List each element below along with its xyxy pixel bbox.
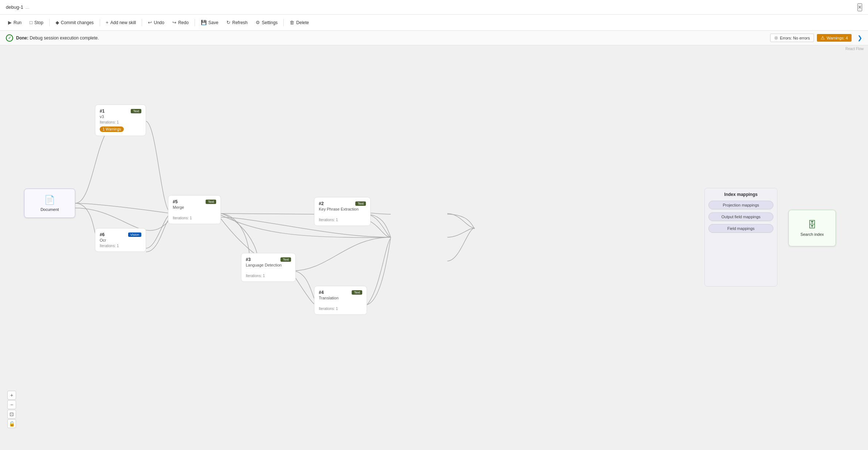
- sidebar-toggle[interactable]: ❯: [857, 34, 862, 41]
- close-button[interactable]: ×: [857, 3, 862, 11]
- node-1-header: #1 Text: [100, 109, 141, 114]
- node-3-iterations: Iterations: 1: [246, 274, 291, 278]
- output-field-mappings[interactable]: Output field mappings: [708, 212, 773, 221]
- status-text: Done: Debug session execution complete.: [16, 35, 99, 41]
- node-4-badge: Text: [352, 290, 362, 295]
- node-1-version: v3: [100, 114, 141, 119]
- title-bar: debug-1 ... ×: [0, 0, 868, 15]
- node-2-header: #2 Text: [319, 201, 366, 206]
- redo-label: Redo: [178, 20, 189, 25]
- delete-label: Delete: [296, 20, 309, 25]
- errors-badge: ⊗ Errors: No errors: [770, 34, 814, 42]
- status-right: ⊗ Errors: No errors ⚠ Warnings: 4 ❯: [770, 34, 862, 42]
- index-mappings-title: Index mappings: [708, 192, 773, 197]
- warnings-badge[interactable]: ⚠ Warnings: 4: [817, 34, 852, 42]
- run-button[interactable]: ▶ Run: [4, 18, 25, 27]
- node-1-warning: 1 Warnings: [100, 126, 124, 132]
- refresh-icon: ↻: [226, 20, 230, 25]
- node-5-badge: Text: [206, 200, 216, 204]
- react-flow-label: React Flow: [845, 47, 864, 51]
- node-1-iterations: Iterations: 1: [100, 120, 141, 124]
- node-3-header: #3 Text: [246, 257, 291, 262]
- save-label: Save: [209, 20, 218, 25]
- node-5-header: #5 Text: [173, 199, 216, 204]
- node-4[interactable]: #4 Text Translation Iterations: 1: [314, 286, 367, 315]
- node-1[interactable]: #1 Text v3 Iterations: 1 1 Warnings: [95, 105, 146, 136]
- separator-3: [142, 19, 142, 26]
- separator-1: [49, 19, 50, 26]
- zoom-in-button[interactable]: +: [7, 391, 16, 400]
- save-button[interactable]: 💾 Save: [197, 18, 222, 27]
- search-index-label: Search index: [800, 232, 824, 237]
- projection-mappings[interactable]: Projection mappings: [708, 201, 773, 209]
- document-node[interactable]: 📄 Document: [24, 189, 75, 218]
- status-message: Debug session execution complete.: [30, 35, 99, 41]
- separator-5: [283, 19, 284, 26]
- add-skill-label: Add new skill: [110, 20, 136, 25]
- canvas-area: React Flow: [0, 45, 868, 450]
- stop-button[interactable]: □ Stop: [26, 18, 47, 27]
- run-icon: ▶: [8, 20, 12, 25]
- node-5-num: #5: [173, 199, 177, 204]
- node-4-name: Translation: [319, 296, 362, 300]
- node-6[interactable]: #6 Vision Ocr Iterations: 1: [95, 228, 146, 252]
- search-index-node[interactable]: 🗄 Search index: [788, 210, 836, 246]
- title-ellipsis: ...: [26, 4, 30, 10]
- node-2-name: Key Phrase Extraction: [319, 207, 366, 211]
- node-2-num: #2: [319, 201, 324, 206]
- add-skill-button[interactable]: + Add new skill: [102, 18, 140, 27]
- status-bar: ✓ Done: Debug session execution complete…: [0, 31, 868, 45]
- node-4-iterations: Iterations: 1: [319, 307, 362, 311]
- node-5-name: Merge: [173, 205, 216, 209]
- stop-label: Stop: [34, 20, 43, 25]
- node-4-header: #4 Text: [319, 290, 362, 295]
- warnings-label: Warnings: 4: [827, 36, 848, 40]
- refresh-button[interactable]: ↻ Refresh: [223, 18, 251, 27]
- lock-button[interactable]: 🔒: [7, 419, 16, 428]
- node-6-badge: Vision: [128, 232, 141, 237]
- refresh-label: Refresh: [232, 20, 248, 25]
- delete-icon: 🗑: [290, 20, 294, 25]
- run-label: Run: [14, 20, 22, 25]
- zoom-controls: + − ⊡ 🔒: [7, 391, 16, 428]
- node-3[interactable]: #3 Text Language Detection Iterations: 1: [241, 253, 296, 282]
- settings-button[interactable]: ⚙ Settings: [252, 18, 281, 27]
- toolbar: ▶ Run □ Stop ◆ Commit changes + Add new …: [0, 15, 868, 31]
- title-bar-left: debug-1 ...: [6, 4, 30, 10]
- delete-button[interactable]: 🗑 Delete: [286, 18, 313, 27]
- node-3-badge: Text: [280, 257, 291, 262]
- node-3-num: #3: [246, 257, 251, 262]
- separator-4: [195, 19, 195, 26]
- field-mappings[interactable]: Field mappings: [708, 224, 773, 233]
- node-5[interactable]: #5 Text Merge Iterations: 1: [168, 195, 221, 224]
- commit-icon: ◆: [56, 20, 59, 25]
- separator-2: [100, 19, 100, 26]
- done-icon: ✓: [6, 34, 13, 42]
- undo-label: Undo: [154, 20, 164, 25]
- zoom-out-button[interactable]: −: [7, 400, 16, 409]
- error-icon: ⊗: [774, 35, 778, 41]
- node-2[interactable]: #2 Text Key Phrase Extraction Iterations…: [314, 197, 371, 226]
- commit-button[interactable]: ◆ Commit changes: [52, 18, 97, 27]
- errors-label: Errors: No errors: [780, 36, 810, 40]
- node-6-iterations: Iterations: 1: [100, 244, 141, 248]
- node-2-iterations: Iterations: 1: [319, 218, 366, 222]
- node-5-iterations: Iterations: 1: [173, 216, 216, 220]
- undo-icon: ↩: [148, 20, 152, 25]
- undo-button[interactable]: ↩ Undo: [144, 18, 168, 27]
- save-icon: 💾: [201, 20, 207, 25]
- add-icon: +: [106, 20, 109, 25]
- warning-icon: ⚠: [821, 35, 825, 41]
- node-4-num: #4: [319, 290, 324, 295]
- fit-button[interactable]: ⊡: [7, 410, 16, 419]
- settings-label: Settings: [262, 20, 278, 25]
- commit-label: Commit changes: [61, 20, 94, 25]
- node-6-name: Ocr: [100, 238, 141, 242]
- stop-icon: □: [30, 20, 32, 25]
- status-left: ✓ Done: Debug session execution complete…: [6, 34, 99, 42]
- node-6-header: #6 Vision: [100, 232, 141, 237]
- settings-icon: ⚙: [256, 20, 260, 25]
- node-1-num: #1: [100, 109, 104, 114]
- redo-icon: ↪: [172, 20, 176, 25]
- redo-button[interactable]: ↪ Redo: [169, 18, 192, 27]
